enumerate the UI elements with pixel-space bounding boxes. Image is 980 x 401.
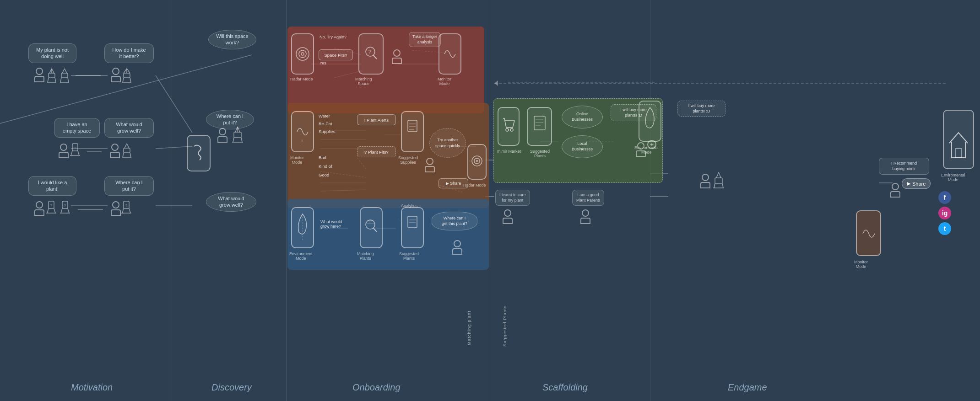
svg-line-37 xyxy=(48,78,49,82)
phone-matching-space: ? xyxy=(358,33,384,75)
svg-line-87 xyxy=(241,138,242,142)
person-1 xyxy=(34,68,44,82)
svg-point-89 xyxy=(296,48,309,60)
plant-pot-6: ? xyxy=(59,200,71,215)
bubble-like-plant: I would like aplant! xyxy=(28,176,76,196)
plant-status-list: Bad Kind of Good xyxy=(319,153,332,179)
svg-line-48 xyxy=(127,69,130,73)
person-5 xyxy=(34,201,44,216)
discovery-person xyxy=(217,128,227,143)
take-longer-bubble: Take a longeranalysis xyxy=(409,32,441,47)
person-brown-region xyxy=(425,158,435,172)
svg-rect-42 xyxy=(61,73,68,78)
share-icon: ▶ xyxy=(907,181,910,187)
what-grow-label: What would-grow here? xyxy=(320,219,343,229)
svg-line-56 xyxy=(78,151,79,155)
recommend-bubble: I Recommendbuying mimir xyxy=(879,158,929,175)
bubble-empty-space: I have anempty space xyxy=(54,118,100,138)
twitter-icon[interactable]: t xyxy=(938,222,951,235)
where-get-plant-bubble: Where can Iget this plant? xyxy=(432,212,477,230)
svg-rect-96 xyxy=(408,120,417,132)
phone-suggested-plants-blue xyxy=(401,207,424,248)
online-businesses-bubble: OnlineBusinesses xyxy=(562,106,603,128)
phone-radar-brown-right xyxy=(467,144,487,180)
svg-line-52 xyxy=(130,78,131,82)
svg-line-118 xyxy=(719,172,721,178)
arrow-r3 xyxy=(78,205,108,214)
label-radar-mode-1: Radar Mode xyxy=(290,77,313,81)
label-motivation: Motivation xyxy=(71,382,113,393)
svg-point-104 xyxy=(366,220,375,229)
region-monitor-mode: ! MonitorMode Water Re-Pot Supplies ! Pl… xyxy=(287,103,489,208)
svg-line-117 xyxy=(716,172,719,178)
plant-pot-3 xyxy=(120,68,134,84)
person-3 xyxy=(59,144,69,158)
svg-line-38 xyxy=(55,78,56,82)
local-businesses-bubble: LocalBusinesses xyxy=(562,135,603,158)
svg-line-47 xyxy=(124,69,127,73)
bubble-discovery-3: What wouldgrow well? xyxy=(206,192,256,212)
phone-suggested-plants-green xyxy=(527,107,552,146)
svg-line-86 xyxy=(233,138,234,142)
person-6 xyxy=(111,201,121,216)
person-endgame-2 xyxy=(890,183,900,198)
bubble-discovery-1: Will this spacework? xyxy=(208,30,256,49)
divider-3 xyxy=(490,0,490,401)
svg-text:?: ? xyxy=(64,203,66,208)
label-monitor-red: MonitorMode xyxy=(438,77,451,86)
bubble-where-put: Where can Iput it? xyxy=(104,176,154,196)
svg-line-3 xyxy=(156,75,192,133)
svg-line-68 xyxy=(54,209,55,213)
buy-more-endgame-bubble: I will buy moreplants! :D xyxy=(677,101,726,117)
svg-rect-50 xyxy=(124,73,130,78)
svg-text:?: ? xyxy=(125,203,128,208)
label-suggested-plants-blue: SuggestedPlants xyxy=(399,251,419,261)
label-radar-brown-right: Radar Mode xyxy=(463,183,486,187)
phone-monitor-red xyxy=(439,33,461,75)
divider-2 xyxy=(286,0,287,401)
divider-1 xyxy=(172,0,172,401)
plant-pot-1 xyxy=(45,68,59,84)
endgame-plant-pot xyxy=(712,171,726,189)
empty-pot: ? xyxy=(69,143,81,157)
phone-env-scaffolding xyxy=(639,101,661,142)
plant-pot-5: ? xyxy=(45,200,58,215)
svg-marker-125 xyxy=(494,80,498,86)
discovery-plant xyxy=(231,126,244,143)
instagram-icon[interactable]: ig xyxy=(938,207,951,219)
bubble-discovery-2: Where can Iput it? xyxy=(206,110,254,129)
label-onboarding: Onboarding xyxy=(352,382,401,393)
matching-plant-label: Matching plant xyxy=(466,275,471,345)
svg-point-91 xyxy=(301,53,304,55)
label-discovery: Discovery xyxy=(211,382,252,393)
svg-text:!: ! xyxy=(302,139,303,144)
svg-text:?: ? xyxy=(50,203,53,208)
person-4 xyxy=(110,144,120,158)
svg-line-93 xyxy=(374,55,377,59)
suggested-plants-label: Suggested Plants xyxy=(502,275,507,347)
yes-label: Yes xyxy=(319,61,326,65)
svg-rect-119 xyxy=(715,178,722,183)
person-blue-region xyxy=(452,240,462,255)
person-endgame-1 xyxy=(700,174,710,188)
phone-matching-plants xyxy=(360,207,383,248)
svg-point-112 xyxy=(510,128,513,131)
person-scaffolding-2 xyxy=(580,209,590,224)
share-button-endgame[interactable]: ▶ Share xyxy=(902,178,931,189)
facebook-icon[interactable]: f xyxy=(938,191,951,204)
arrow-r1 xyxy=(76,71,105,80)
region-scaffolding-green: mimir Market SuggestedPlants OnlineBusin… xyxy=(493,98,663,183)
svg-rect-85 xyxy=(234,132,241,138)
label-suggested-supplies: SuggestedSupplies xyxy=(398,155,418,165)
phone-radar xyxy=(291,33,314,75)
bubble-how-make: How do I makeit better? xyxy=(104,43,154,63)
svg-rect-113 xyxy=(534,116,545,130)
no-try-again-label: No, Try Again? xyxy=(319,35,347,39)
svg-rect-108 xyxy=(408,216,417,228)
label-matching-space: MatchingSpace xyxy=(355,77,372,86)
person-scaffolding-1 xyxy=(503,209,513,224)
plant-pot-2 xyxy=(58,68,71,84)
label-scaffolding: Scaffolding xyxy=(542,382,588,393)
svg-line-43 xyxy=(60,78,61,82)
discovery-phone xyxy=(187,135,211,171)
